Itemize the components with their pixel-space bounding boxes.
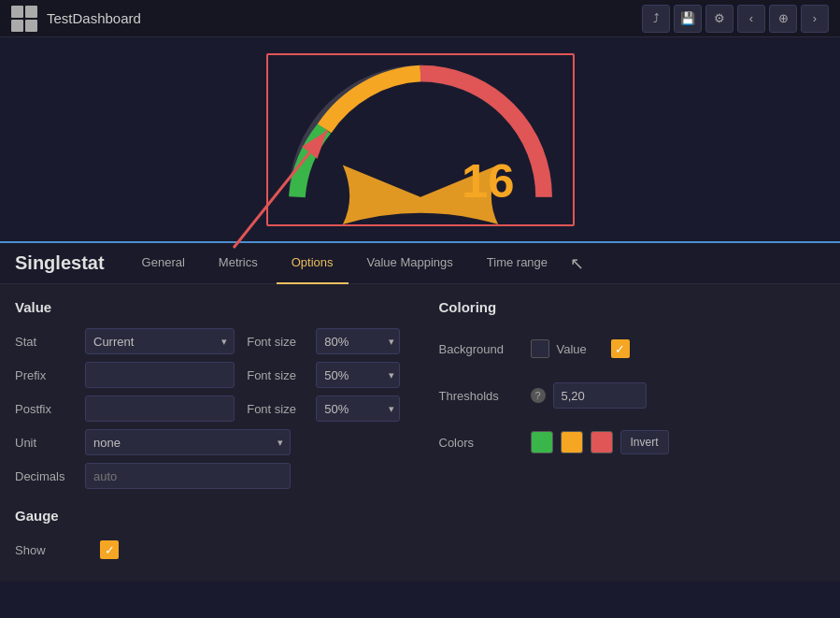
background-label: Background: [439, 342, 523, 356]
stat-row: Stat Current Min Max Average: [15, 324, 402, 358]
tab-options[interactable]: Options: [277, 243, 349, 284]
font-size-3-wrap: 50% 60% 80%: [316, 395, 400, 422]
decimals-row: Decimals: [15, 459, 402, 493]
save-icon[interactable]: 💾: [674, 5, 702, 33]
font-size-1-label: Font size: [247, 335, 312, 349]
thresholds-help-icon[interactable]: ?: [531, 388, 546, 403]
tab-time-range[interactable]: Time range: [472, 243, 562, 284]
stat-select-wrap: Current Min Max Average: [85, 328, 235, 354]
postfix-row: Postfix Font size 50% 60% 80%: [15, 392, 402, 425]
colors-row: Colors Invert: [439, 425, 826, 459]
value-checkbox[interactable]: ✓: [611, 339, 630, 358]
color-swatch-1[interactable]: [531, 431, 553, 453]
coloring-title: Coloring: [439, 299, 826, 315]
font-size-1-select[interactable]: 80% 60% 100%: [316, 328, 400, 354]
prefix-label: Prefix: [15, 358, 85, 392]
tab-value-mappings[interactable]: Value Mappings: [352, 243, 468, 284]
font-size-2-wrap: 50% 60% 80%: [316, 362, 400, 388]
panel-title: Singlestat: [15, 252, 105, 274]
postfix-input[interactable]: [85, 395, 235, 422]
font-size-1-row: Font size 80% 60% 100%: [247, 328, 401, 354]
forward-icon[interactable]: ›: [801, 5, 829, 33]
options-content: Value Stat Current Min Max Average: [0, 284, 840, 582]
panel-editor: Singlestat General Metrics Options Value…: [0, 243, 840, 582]
value-checkmark-icon: ✓: [615, 342, 625, 356]
decimals-label: Decimals: [15, 459, 85, 493]
background-checkbox[interactable]: [531, 339, 549, 358]
checkmark-icon: ✓: [105, 543, 115, 557]
svg-text:16: 16: [462, 153, 515, 207]
coloring-section: Coloring Background Value ✓ Thresholds ?…: [439, 299, 826, 567]
gauge-show-checkbox[interactable]: ✓: [100, 540, 119, 559]
tab-general[interactable]: General: [127, 243, 200, 284]
gauge-section-title: Gauge: [15, 508, 402, 524]
cursor-indicator: ↖: [570, 253, 584, 274]
topbar: TestDashboard ⤴ 💾 ⚙ ‹ ⊕ ›: [0, 0, 840, 37]
gauge-show-row: Show ✓: [15, 533, 402, 567]
gauge-svg: 16: [268, 55, 573, 224]
app-logo: [11, 6, 37, 32]
unit-label: Unit: [15, 425, 85, 459]
gauge-preview-area: 16: [0, 37, 840, 243]
unit-row: Unit none: [15, 425, 402, 459]
postfix-label: Postfix: [15, 392, 85, 425]
back-icon[interactable]: ‹: [737, 5, 765, 33]
zoom-icon[interactable]: ⊕: [769, 5, 797, 33]
unit-select-wrap: none: [85, 429, 291, 455]
stat-label: Stat: [15, 324, 85, 358]
thresholds-row: Thresholds ?: [439, 379, 826, 412]
colors-label: Colors: [439, 436, 523, 450]
font-size-3-label: Font size: [247, 402, 312, 416]
invert-button[interactable]: Invert: [620, 430, 669, 454]
value-section-title: Value: [15, 299, 402, 315]
unit-select[interactable]: none: [85, 429, 291, 455]
font-size-2-row: Font size 50% 60% 80%: [247, 362, 401, 388]
topbar-actions: ⤴ 💾 ⚙ ‹ ⊕ ›: [642, 5, 829, 33]
gauge-show-label: Show: [15, 543, 85, 557]
thresholds-label: Thresholds: [439, 389, 523, 403]
prefix-row: Prefix Font size 50% 60% 80%: [15, 358, 402, 392]
value-section: Value Stat Current Min Max Average: [15, 299, 402, 567]
gauge-panel: 16: [266, 53, 575, 226]
decimals-input[interactable]: [85, 463, 291, 489]
prefix-input[interactable]: [85, 362, 235, 388]
font-size-2-select[interactable]: 50% 60% 80%: [316, 362, 400, 388]
color-swatch-3[interactable]: [591, 431, 613, 453]
settings-icon[interactable]: ⚙: [705, 5, 733, 33]
stat-select[interactable]: Current Min Max Average: [85, 328, 235, 354]
background-value-row: Background Value ✓: [439, 332, 826, 366]
gauge-section: Gauge Show ✓: [15, 508, 402, 567]
share-icon[interactable]: ⤴: [642, 5, 670, 33]
app-title: TestDashboard: [47, 10, 642, 26]
tab-metrics[interactable]: Metrics: [204, 243, 273, 284]
color-swatch-2[interactable]: [561, 431, 583, 453]
thresholds-input[interactable]: [553, 382, 647, 409]
font-size-1-wrap: 80% 60% 100%: [316, 328, 400, 354]
font-size-2-label: Font size: [247, 368, 312, 382]
value-form: Stat Current Min Max Average: [15, 324, 402, 493]
font-size-3-row: Font size 50% 60% 80%: [247, 395, 401, 422]
font-size-3-select[interactable]: 50% 60% 80%: [316, 395, 400, 422]
value-coloring-label: Value: [557, 342, 604, 356]
panel-tab-header: Singlestat General Metrics Options Value…: [0, 243, 840, 284]
